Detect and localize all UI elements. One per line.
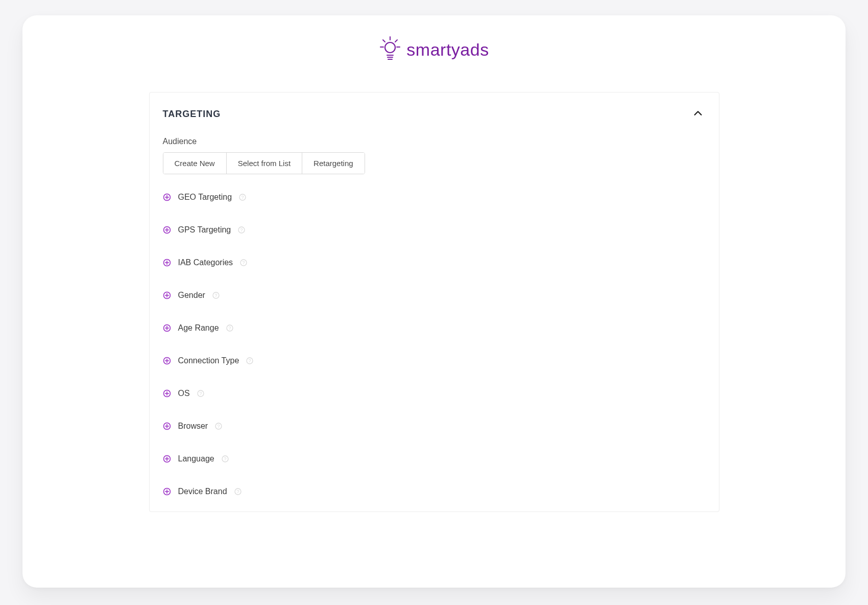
plus-circle-icon (163, 193, 171, 201)
retargeting-button[interactable]: Retargeting (302, 153, 365, 174)
svg-line-1 (383, 40, 385, 42)
svg-text:?: ? (218, 424, 220, 429)
help-icon[interactable]: ? (239, 194, 246, 201)
lightbulb-icon (379, 36, 401, 63)
plus-circle-icon (163, 259, 171, 267)
targeting-row-gender[interactable]: Gender ? (163, 291, 706, 300)
plus-circle-icon (163, 487, 171, 496)
targeting-label: IAB Categories (178, 258, 233, 267)
plus-circle-icon (163, 422, 171, 430)
help-icon[interactable]: ? (234, 488, 242, 495)
targeting-label: Connection Type (178, 356, 239, 365)
logo-wrap: smartyads (22, 36, 846, 63)
targeting-row-browser[interactable]: Browser ? (163, 422, 706, 431)
targeting-panel: TARGETING Audience Create New Select fro… (149, 92, 719, 512)
plus-circle-icon (163, 357, 171, 365)
brand-logo: smartyads (379, 36, 489, 63)
targeting-row-connection[interactable]: Connection Type ? (163, 356, 706, 365)
svg-text:?: ? (242, 195, 244, 200)
panel-header: TARGETING (163, 106, 706, 123)
svg-text:?: ? (243, 260, 245, 265)
targeting-label: GEO Targeting (178, 193, 232, 202)
audience-label: Audience (163, 137, 706, 146)
help-icon[interactable]: ? (226, 324, 233, 332)
app-card: smartyads TARGETING Audience Create New … (22, 15, 846, 588)
help-icon[interactable]: ? (212, 292, 220, 299)
targeting-row-language[interactable]: Language ? (163, 454, 706, 463)
help-icon[interactable]: ? (215, 423, 222, 430)
targeting-row-age[interactable]: Age Range ? (163, 323, 706, 333)
svg-text:?: ? (199, 391, 202, 396)
plus-circle-icon (163, 324, 171, 332)
targeting-label: Age Range (178, 323, 219, 333)
chevron-up-icon (692, 113, 704, 121)
targeting-label: Device Brand (178, 487, 227, 496)
help-icon[interactable]: ? (197, 390, 204, 397)
collapse-button[interactable] (690, 106, 706, 123)
targeting-label: OS (178, 389, 190, 398)
plus-circle-icon (163, 455, 171, 463)
targeting-row-iab[interactable]: IAB Categories ? (163, 258, 706, 267)
targeting-label: GPS Targeting (178, 225, 231, 235)
targeting-label: Language (178, 454, 214, 463)
targeting-label: Browser (178, 422, 208, 431)
targeting-row-os[interactable]: OS ? (163, 389, 706, 398)
help-icon[interactable]: ? (222, 455, 229, 462)
brand-name: smartyads (406, 40, 489, 60)
help-icon[interactable]: ? (238, 226, 245, 234)
select-from-list-button[interactable]: Select from List (226, 153, 302, 174)
help-icon[interactable]: ? (240, 259, 247, 266)
plus-circle-icon (163, 226, 171, 234)
panel-title: TARGETING (163, 109, 221, 120)
svg-text:?: ? (240, 227, 243, 232)
svg-text:?: ? (236, 489, 239, 494)
svg-text:?: ? (249, 358, 251, 363)
create-new-button[interactable]: Create New (163, 153, 226, 174)
plus-circle-icon (163, 389, 171, 398)
svg-text:?: ? (224, 456, 226, 461)
audience-button-group: Create New Select from List Retargeting (163, 152, 365, 174)
svg-point-5 (385, 42, 395, 53)
targeting-label: Gender (178, 291, 205, 300)
help-icon[interactable]: ? (246, 357, 253, 364)
svg-line-2 (395, 40, 397, 42)
svg-text:?: ? (214, 293, 217, 298)
targeting-row-device-brand[interactable]: Device Brand ? (163, 487, 706, 496)
targeting-row-gps[interactable]: GPS Targeting ? (163, 225, 706, 235)
plus-circle-icon (163, 291, 171, 299)
targeting-row-geo[interactable]: GEO Targeting ? (163, 193, 706, 202)
targeting-options-list: GEO Targeting ? GPS Targeting ? IAB Cate (163, 193, 706, 496)
svg-text:?: ? (228, 325, 231, 331)
